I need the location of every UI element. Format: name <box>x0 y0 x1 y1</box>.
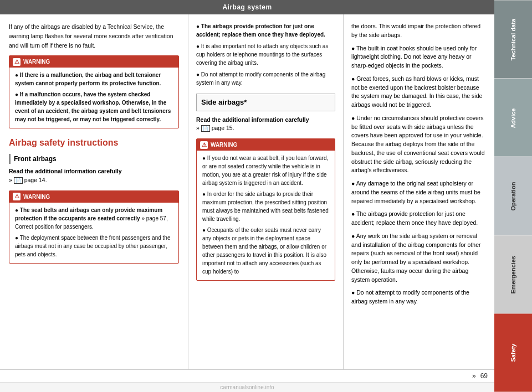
sidebar-item-safety[interactable]: Safety <box>494 313 532 392</box>
left-column: If any of the airbags are disabled by a … <box>0 14 188 369</box>
warning-text-1: ● If there is a malfunction, the airbag … <box>15 71 173 123</box>
warning-bullet-1-1: ● If there is a malfunction, the airbag … <box>15 71 173 87</box>
sidebar-item-advice[interactable]: Advice <box>494 79 532 157</box>
page-number: 69 <box>480 372 488 380</box>
sidebar-item-label-3: Operation <box>510 182 516 211</box>
bottom-bar: » 69 <box>0 369 494 382</box>
warning-box-1: ⚠ WARNING ● If there is a malfunction, t… <box>9 55 179 128</box>
sidebar: Technical data Advice Operation Emergenc… <box>494 0 532 392</box>
warning-text-2: ● The seat belts and airbags can only pr… <box>15 206 173 259</box>
warning-icon-1: ⚠ <box>13 58 21 66</box>
right-para-2: ● The built-in coat hooks should be used… <box>351 44 487 70</box>
warning-header-2: ⚠ WARNING <box>9 191 178 203</box>
read-more-middle: Read the additional information carefull… <box>196 116 335 133</box>
warning-label-2: WARNING <box>23 193 50 201</box>
middle-bullet-2: ● It is also important not to attach any… <box>196 42 335 67</box>
middle-bullet-3: ● Do not attempt to modify components of… <box>196 70 335 87</box>
middle-warn-1: ● If you do not wear a seat belt, if you… <box>202 154 329 187</box>
warning-icon-middle: ⚠ <box>200 141 208 149</box>
read-more-left: Read the additional information carefull… <box>9 167 179 185</box>
sidebar-item-emergencies[interactable]: Emergencies <box>494 235 532 314</box>
arrow-icon-middle: » <box>196 125 200 131</box>
warning-box-2: ⚠ WARNING ● The seat belts and airbags c… <box>9 190 179 264</box>
main-content: Airbag system If any of the airbags are … <box>0 0 494 392</box>
middle-top-bullets: ● The airbags provide protection for jus… <box>196 22 335 87</box>
right-para-3: ● Great forces, such as hard blows or ki… <box>351 75 487 110</box>
section-title: Airbag safety instructions <box>9 136 179 149</box>
sidebar-item-label-2: Advice <box>510 108 516 128</box>
arrow-icon-left: » <box>9 177 12 183</box>
warning-bullet-1-2: ● If a malfunction occurs, have the syst… <box>15 90 173 123</box>
intro-text: If any of the airbags are disabled by a … <box>9 22 179 50</box>
sidebar-item-label-5: Safety <box>510 344 516 362</box>
sidebar-item-technical-data[interactable]: Technical data <box>494 0 532 79</box>
right-para-1: the doors. This would impair the protect… <box>351 22 487 40</box>
header-bar: Airbag system <box>0 0 494 14</box>
middle-column: ● The airbags provide protection for jus… <box>188 14 344 369</box>
warning-header-middle: ⚠ WARNING <box>197 139 335 151</box>
right-para-7: ● Any work on the side airbag system or … <box>351 232 487 285</box>
warning-label-1: WARNING <box>23 58 50 66</box>
warning-bullet-2-2: ● The deployment space between the front… <box>15 234 173 259</box>
side-airbags-title: Side airbags* <box>196 94 335 111</box>
warning-text-middle: ● If you do not wear a seat belt, if you… <box>202 154 329 276</box>
middle-bullet-1: ● The airbags provide protection for jus… <box>196 22 335 39</box>
arrow-end-icon: » <box>472 372 476 380</box>
right-para-5: ● Any damage to the original seat uphols… <box>351 179 487 205</box>
warning-box-middle: ⚠ WARNING ● If you do not wear a seat be… <box>196 138 335 281</box>
middle-warn-3: ● Occupants of the outer seats must neve… <box>202 226 329 276</box>
sidebar-item-label-1: Technical data <box>510 19 516 61</box>
sidebar-item-operation[interactable]: Operation <box>494 157 532 235</box>
sidebar-item-label-4: Emergencies <box>510 256 516 293</box>
warning-header-1: ⚠ WARNING <box>9 56 178 68</box>
warning-icon-2: ⚠ <box>13 193 21 200</box>
right-para-6: ● The airbags provide protection for jus… <box>351 210 487 228</box>
middle-warn-2: ● In order for the side airbags to provi… <box>202 190 329 223</box>
watermark: carmanualsonline.info <box>0 382 494 392</box>
right-para-8: ● Do not attempt to modify components of… <box>351 288 487 306</box>
header-title: Airbag system <box>222 3 272 11</box>
warning-label-middle: WARNING <box>211 141 237 149</box>
subsection-title: Front airbags <box>9 154 179 164</box>
right-column: the doors. This would impair the protect… <box>344 14 494 369</box>
warning-bullet-2-1: ● The seat belts and airbags can only pr… <box>15 206 173 231</box>
page-icon-middle: 📄 <box>201 125 210 132</box>
page-icon-left: 📄 <box>14 177 23 184</box>
right-para-4: ● Under no circumstances should protecti… <box>351 114 487 175</box>
